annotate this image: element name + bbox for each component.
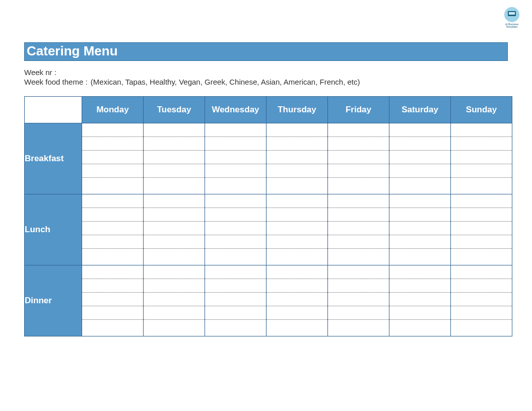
menu-slot[interactable] (267, 306, 327, 320)
menu-slot[interactable] (328, 178, 389, 191)
menu-slot[interactable] (328, 265, 389, 279)
menu-slot[interactable] (267, 222, 327, 235)
menu-slot[interactable] (144, 249, 205, 262)
menu-slot[interactable] (82, 279, 143, 293)
menu-slot[interactable] (144, 235, 205, 249)
menu-slot[interactable] (144, 306, 205, 320)
menu-slot[interactable] (389, 279, 450, 293)
menu-slot[interactable] (144, 194, 205, 208)
menu-slot[interactable] (389, 235, 450, 249)
menu-cell[interactable] (205, 194, 267, 265)
menu-slot[interactable] (328, 137, 389, 151)
menu-slot[interactable] (144, 208, 205, 222)
menu-slot[interactable] (328, 123, 389, 137)
menu-slot[interactable] (328, 249, 389, 262)
menu-slot[interactable] (267, 249, 327, 262)
menu-slot[interactable] (267, 208, 327, 222)
menu-slot[interactable] (328, 194, 389, 208)
menu-slot[interactable] (205, 320, 266, 333)
menu-slot[interactable] (328, 151, 389, 164)
menu-slot[interactable] (144, 265, 205, 279)
menu-slot[interactable] (267, 320, 327, 333)
menu-slot[interactable] (82, 178, 143, 191)
menu-slot[interactable] (82, 208, 143, 222)
menu-slot[interactable] (267, 178, 327, 191)
menu-slot[interactable] (451, 164, 512, 178)
menu-slot[interactable] (144, 123, 205, 137)
menu-slot[interactable] (328, 208, 389, 222)
menu-slot[interactable] (451, 293, 512, 306)
menu-slot[interactable] (389, 194, 450, 208)
menu-cell[interactable] (82, 123, 144, 194)
menu-slot[interactable] (205, 306, 266, 320)
menu-cell[interactable] (451, 123, 512, 194)
menu-slot[interactable] (389, 178, 450, 191)
menu-slot[interactable] (451, 265, 512, 279)
menu-slot[interactable] (451, 249, 512, 262)
menu-slot[interactable] (205, 137, 266, 151)
menu-slot[interactable] (205, 293, 266, 306)
menu-cell[interactable] (205, 123, 267, 194)
menu-cell[interactable] (389, 123, 451, 194)
menu-slot[interactable] (389, 151, 450, 164)
menu-slot[interactable] (82, 137, 143, 151)
menu-slot[interactable] (267, 235, 327, 249)
menu-slot[interactable] (144, 293, 205, 306)
menu-slot[interactable] (267, 151, 327, 164)
menu-cell[interactable] (82, 265, 144, 336)
menu-cell[interactable] (328, 194, 389, 265)
menu-slot[interactable] (82, 249, 143, 262)
menu-slot[interactable] (451, 208, 512, 222)
menu-slot[interactable] (328, 279, 389, 293)
menu-slot[interactable] (82, 265, 143, 279)
menu-slot[interactable] (82, 151, 143, 164)
menu-slot[interactable] (389, 123, 450, 137)
menu-slot[interactable] (205, 249, 266, 262)
menu-slot[interactable] (328, 164, 389, 178)
week-theme-value[interactable]: (Mexican, Tapas, Healthy, Vegan, Greek, … (91, 78, 360, 86)
menu-slot[interactable] (205, 222, 266, 235)
menu-slot[interactable] (144, 279, 205, 293)
menu-slot[interactable] (144, 320, 205, 333)
menu-slot[interactable] (205, 208, 266, 222)
menu-slot[interactable] (451, 306, 512, 320)
menu-slot[interactable] (389, 265, 450, 279)
menu-cell[interactable] (389, 194, 451, 265)
menu-slot[interactable] (144, 164, 205, 178)
menu-slot[interactable] (205, 265, 266, 279)
menu-slot[interactable] (328, 235, 389, 249)
menu-slot[interactable] (205, 235, 266, 249)
menu-cell[interactable] (451, 265, 512, 336)
menu-slot[interactable] (82, 164, 143, 178)
menu-slot[interactable] (451, 194, 512, 208)
menu-slot[interactable] (328, 222, 389, 235)
menu-slot[interactable] (205, 151, 266, 164)
menu-slot[interactable] (144, 151, 205, 164)
menu-slot[interactable] (389, 293, 450, 306)
menu-slot[interactable] (267, 137, 327, 151)
menu-slot[interactable] (267, 123, 327, 137)
menu-slot[interactable] (328, 306, 389, 320)
menu-slot[interactable] (82, 320, 143, 333)
menu-slot[interactable] (144, 222, 205, 235)
menu-slot[interactable] (451, 235, 512, 249)
menu-slot[interactable] (328, 293, 389, 306)
menu-slot[interactable] (82, 123, 143, 137)
menu-slot[interactable] (267, 194, 327, 208)
menu-slot[interactable] (389, 137, 450, 151)
menu-cell[interactable] (267, 194, 328, 265)
menu-slot[interactable] (389, 164, 450, 178)
menu-slot[interactable] (205, 279, 266, 293)
menu-slot[interactable] (451, 320, 512, 333)
menu-cell[interactable] (205, 265, 267, 336)
menu-cell[interactable] (451, 194, 512, 265)
menu-slot[interactable] (267, 279, 327, 293)
menu-slot[interactable] (451, 222, 512, 235)
menu-slot[interactable] (82, 293, 143, 306)
menu-slot[interactable] (82, 235, 143, 249)
menu-slot[interactable] (451, 178, 512, 191)
menu-slot[interactable] (205, 194, 266, 208)
menu-slot[interactable] (82, 194, 143, 208)
menu-slot[interactable] (389, 222, 450, 235)
menu-slot[interactable] (389, 306, 450, 320)
